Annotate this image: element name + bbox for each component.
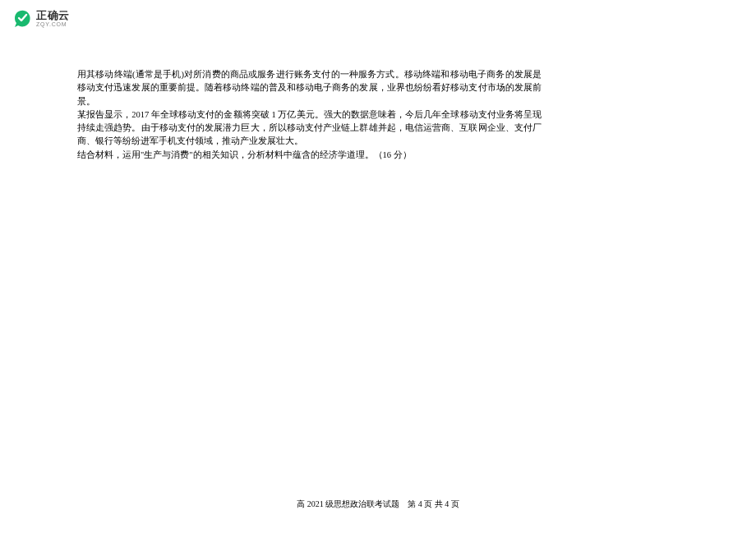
brand-text: 正确云 ZQY.COM xyxy=(36,10,70,27)
footer-title: 高 2021 级思想政治联考试题 xyxy=(297,499,399,508)
brand-name-cn: 正确云 xyxy=(36,10,70,21)
document-body: 用其移动终端(通常是手机)对所消费的商品或服务进行账务支付的一种服务方式。移动终… xyxy=(77,68,542,162)
page-footer: 高 2021 级思想政治联考试题第 4 页 共 4 页 xyxy=(0,499,756,510)
checkmark-icon xyxy=(12,8,33,28)
brand-logo: 正确云 ZQY.COM xyxy=(12,8,70,28)
paragraph-3: 结合材料，运用"生产与消费"的相关知识，分析材料中蕴含的经济学道理。（16 分） xyxy=(77,149,542,162)
paragraph-2: 某报告显示，2017 年全球移动支付的金额将突破 1 万亿美元。强大的数据意味着… xyxy=(77,108,542,149)
footer-page: 第 4 页 共 4 页 xyxy=(408,499,459,508)
paragraph-1: 用其移动终端(通常是手机)对所消费的商品或服务进行账务支付的一种服务方式。移动终… xyxy=(77,68,542,108)
brand-name-en: ZQY.COM xyxy=(36,21,70,27)
